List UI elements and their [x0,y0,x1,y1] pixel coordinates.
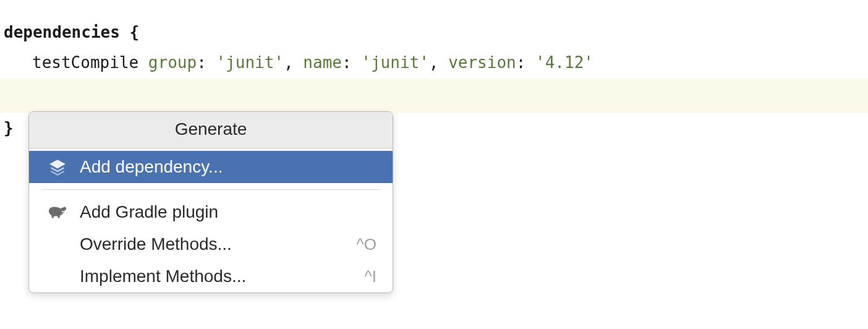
svg-marker-0 [51,161,64,168]
keyword-dependencies: dependencies [4,23,120,41]
param-key: name [303,53,342,72]
menu-item-label: Implement Methods... [80,267,365,286]
menu-item-label: Override Methods... [80,234,357,254]
menu-item-label: Add dependency... [80,157,377,177]
current-line-highlight[interactable] [0,79,868,113]
layers-icon [46,156,69,178]
menu-item-override-methods[interactable]: Override Methods... ^O [29,228,393,260]
colon: : [516,53,526,72]
colon: : [342,53,352,72]
menu-item-add-gradle-plugin[interactable]: Add Gradle plugin [29,196,393,228]
comma: , [284,53,303,72]
separator [41,189,380,190]
code-line[interactable]: testCompile group: 'junit', name: 'junit… [0,48,868,78]
code-line[interactable]: dependencies { [0,17,868,48]
elephant-icon [46,201,69,223]
popup-title: Generate [29,112,393,148]
menu-item-label: Add Gradle plugin [80,202,377,222]
string-literal: 'junit' [361,53,429,72]
menu-item-shortcut: ^O [357,235,381,254]
menu-item-shortcut: ^I [365,267,381,286]
generate-popup: Generate Add dependency... Add Gradle pl… [28,111,393,293]
param-key: version [448,53,516,72]
string-literal: 'junit' [216,53,284,72]
open-brace: { [120,23,139,41]
method-name: testCompile [32,53,148,72]
menu-item-implement-methods[interactable]: Implement Methods... ^I [29,260,393,293]
string-literal: '4.12' [535,53,594,72]
param-key: group [148,53,197,72]
colon: : [197,53,206,72]
comma: , [429,53,448,72]
close-brace: } [4,119,14,137]
menu-item-add-dependency[interactable]: Add dependency... [29,151,393,183]
